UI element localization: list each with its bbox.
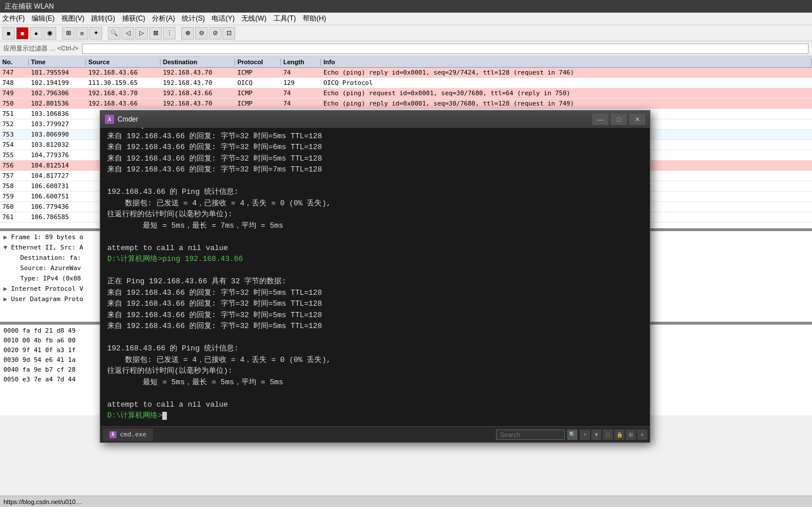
terminal-line: 最短 = 5ms，最长 = 7ms，平均 = 5ms [107, 220, 643, 232]
table-cell: 111.30.159.65 [86, 79, 161, 87]
table-cell: 74 [281, 69, 321, 76]
menu-item[interactable]: 跳转(G) [91, 14, 115, 24]
table-cell: 104.779376 [29, 151, 86, 159]
table-cell: 102.801536 [29, 100, 86, 107]
grid-button[interactable]: ⊞ [626, 430, 636, 440]
tab-icon: λ [110, 431, 116, 438]
toolbar-btn-6[interactable]: ≡ [76, 27, 88, 40]
wireshark-menubar: 文件(F)编辑(E)视图(V)跳转(G)捕获(C)分析(A)统计(S)电话(Y)… [0, 13, 812, 25]
terminal-line: 数据包: 已发送 = 4，已接收 = 4，丢失 = 0 (0% 丢失), [107, 354, 643, 366]
table-cell: 102.796306 [29, 89, 86, 97]
terminal-line: 来自 192.168.43.66 的回复: 字节=32 时间=5ms TTL=1… [107, 321, 643, 332]
menu-item[interactable]: 文件(F) [2, 14, 25, 24]
tab-toolbar: + ▼ □ 🔒 ⊞ ≡ [580, 430, 647, 440]
terminal-line [107, 332, 643, 344]
menu-item[interactable]: 电话(Y) [212, 14, 235, 24]
add-tab-button[interactable]: + [580, 430, 590, 440]
menu-button[interactable]: ≡ [637, 430, 647, 440]
toolbar-btn-15[interactable]: ⊘ [209, 27, 221, 40]
terminal-line [107, 176, 643, 187]
table-cell: 761 [0, 213, 29, 221]
table-cell: 755 [0, 151, 29, 159]
toolbar-btn-9[interactable]: ◁ [122, 27, 134, 40]
terminal-line: 来自 192.168.43.66 的回复: 字节=32 时间=5ms TTL=1… [107, 310, 643, 321]
menu-item[interactable]: 分析(A) [152, 14, 175, 24]
toolbar-btn-10[interactable]: ▷ [135, 27, 148, 40]
terminal-line: 192.168.43.66 的 Ping 统计信息: [107, 186, 643, 198]
terminal-line [107, 265, 643, 276]
toolbar-btn-14[interactable]: ⊖ [195, 27, 208, 40]
table-row[interactable]: 750102.801536192.168.43.66192.168.43.70I… [0, 99, 812, 109]
cmd-tab[interactable]: λ cmd.exe [103, 428, 153, 441]
tab-dropdown-button[interactable]: ▼ [591, 430, 602, 440]
cmder-title: Cmder [118, 115, 592, 123]
terminal-content[interactable]: 往返行程的估计时间(以毫秒为单位): 最短 = 71ms，最长 = 116ms，… [100, 128, 650, 426]
col-length: Length [281, 58, 321, 65]
toolbar-btn-8[interactable]: 🔍 [108, 27, 120, 40]
terminal-line: 数据包: 已发送 = 4，已接收 = 4，丢失 = 0 (0% 丢失), [107, 198, 643, 209]
table-cell: 102.194199 [29, 79, 86, 87]
minimize-button[interactable]: — [592, 114, 608, 125]
toolbar-btn-4[interactable]: ◉ [44, 27, 56, 40]
menu-item[interactable]: 视图(V) [61, 14, 84, 24]
col-protocol: Protocol [235, 58, 281, 65]
maximize-button[interactable]: □ [611, 114, 627, 125]
lock-button[interactable]: 🔒 [614, 430, 624, 440]
table-cell: 103.779927 [29, 120, 86, 128]
toolbar-btn-2[interactable]: ■ [16, 27, 29, 40]
table-cell: 104.817727 [29, 172, 86, 180]
toolbar-btn-1[interactable]: ■ [2, 27, 15, 40]
cmder-window: λ Cmder — □ ✕ 往返行程的估计时间(以毫秒为单位): 最短 = 71… [100, 110, 650, 443]
search-input[interactable] [496, 430, 565, 440]
table-row[interactable]: 749102.796306192.168.43.70192.168.43.66I… [0, 88, 812, 99]
table-cell: 106.600731 [29, 182, 86, 190]
menu-item[interactable]: 帮助(H) [303, 14, 326, 24]
terminal-line: 来自 192.168.43.66 的回复: 字节=32 时间=5ms TTL=1… [107, 153, 643, 165]
table-cell: 74 [281, 100, 321, 107]
table-cell: 752 [0, 120, 29, 128]
table-cell: 192.168.43.70 [161, 79, 235, 87]
wireshark-title: 正在捕获 WLAN [5, 2, 54, 11]
table-cell: 74 [281, 89, 321, 97]
col-time: Time [29, 58, 86, 65]
table-cell: Echo (ping) reply id=0x0001, seq=29/7424… [321, 69, 812, 76]
table-cell: 192.168.43.70 [161, 69, 235, 76]
table-row[interactable]: 748102.194199111.30.159.65192.168.43.70O… [0, 78, 812, 88]
toolbar-btn-13[interactable]: ⊕ [181, 27, 194, 40]
close-button[interactable]: ✕ [629, 114, 645, 125]
filter-bar: 应用显示过滤器 … <Ctrl-/> [0, 41, 812, 56]
toolbar-btn-7[interactable]: ✦ [89, 27, 102, 40]
terminal-line: attempt to call a nil value [107, 243, 643, 254]
cmder-tabbar: λ cmd.exe 🔍 + ▼ □ 🔒 ⊞ ≡ [100, 426, 650, 442]
filter-input[interactable] [82, 44, 809, 54]
toolbar-btn-12[interactable]: ⋮ [163, 27, 175, 40]
menu-item[interactable]: 工具(T) [274, 14, 296, 24]
table-cell: 192.168.43.66 [86, 100, 161, 107]
table-row[interactable]: 747101.795594192.168.43.66192.168.43.70I… [0, 68, 812, 78]
toolbar-btn-5[interactable]: ⊞ [62, 27, 75, 40]
toolbar-btn-11[interactable]: ⊠ [149, 27, 162, 40]
table-cell: 129 [281, 79, 321, 87]
col-info: Info [321, 58, 812, 65]
toolbar-btn-3[interactable]: ● [30, 27, 42, 40]
col-no: No. [0, 58, 29, 65]
menu-item[interactable]: 捕获(C) [122, 14, 146, 24]
table-cell: 758 [0, 182, 29, 190]
col-source: Source [86, 58, 161, 65]
table-cell: 759 [0, 193, 29, 200]
terminal-line: 192.168.43.66 的 Ping 统计信息: [107, 343, 643, 354]
terminal-line: 来自 192.168.43.66 的回复: 字节=32 时间=5ms TTL=1… [107, 131, 643, 142]
split-view-button[interactable]: □ [603, 430, 613, 440]
menu-item[interactable]: 无线(W) [241, 14, 266, 24]
terminal-line: attempt to call a nil value [107, 399, 643, 411]
table-cell: 104.812514 [29, 162, 86, 169]
table-cell: 748 [0, 79, 29, 87]
table-cell: 192.168.43.70 [161, 100, 235, 107]
packet-list-header: No. Time Source Destination Protocol Len… [0, 56, 812, 68]
menu-item[interactable]: 统计(S) [182, 14, 205, 24]
toolbar-btn-16[interactable]: ⊡ [222, 27, 235, 40]
search-button[interactable]: 🔍 [567, 430, 577, 440]
terminal-line: 往返行程的估计时间(以毫秒为单位): [107, 365, 643, 377]
table-cell: Echo (ping) reply id=0x0001, seq=30/7680… [321, 100, 812, 107]
menu-item[interactable]: 编辑(E) [32, 14, 54, 24]
